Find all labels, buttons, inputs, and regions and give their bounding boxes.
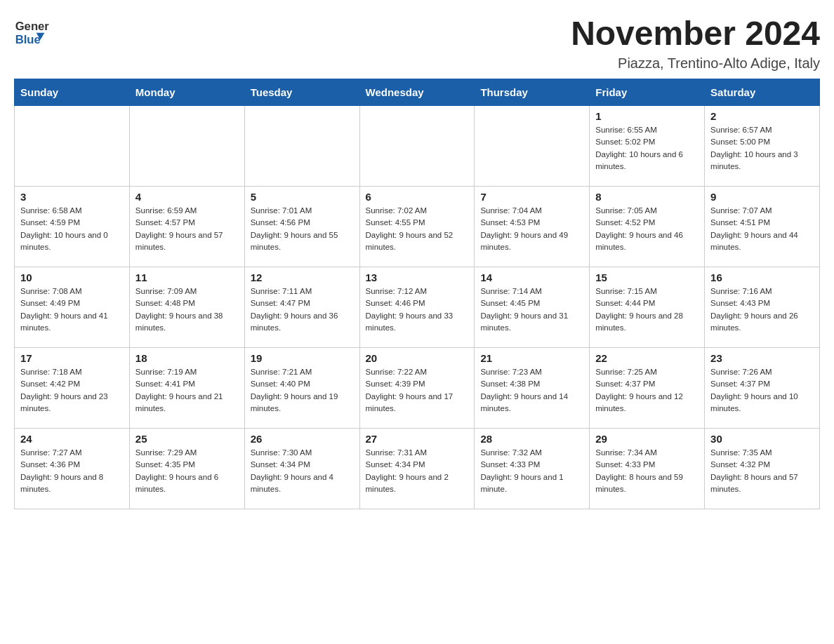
day-cell: 12Sunrise: 7:11 AM Sunset: 4:47 PM Dayli… xyxy=(244,267,359,348)
day-cell xyxy=(129,106,244,187)
title-block: November 2024 Piazza, Trentino-Alto Adig… xyxy=(571,14,820,72)
page-header: General Blue November 2024 Piazza, Trent… xyxy=(14,14,820,72)
day-info: Sunrise: 7:04 AM Sunset: 4:53 PM Dayligh… xyxy=(480,205,583,253)
day-info: Sunrise: 7:32 AM Sunset: 4:33 PM Dayligh… xyxy=(480,447,583,495)
day-number: 17 xyxy=(20,352,124,364)
day-number: 9 xyxy=(710,191,814,203)
day-info: Sunrise: 7:09 AM Sunset: 4:48 PM Dayligh… xyxy=(135,286,239,334)
day-info: Sunrise: 7:29 AM Sunset: 4:35 PM Dayligh… xyxy=(135,447,239,495)
day-cell: 28Sunrise: 7:32 AM Sunset: 4:33 PM Dayli… xyxy=(475,429,590,509)
day-cell: 30Sunrise: 7:35 AM Sunset: 4:32 PM Dayli… xyxy=(705,429,820,509)
day-cell xyxy=(475,106,590,187)
day-number: 22 xyxy=(595,352,699,364)
day-info: Sunrise: 7:07 AM Sunset: 4:51 PM Dayligh… xyxy=(710,205,814,253)
day-number: 1 xyxy=(595,110,699,122)
main-title: November 2024 xyxy=(571,14,820,53)
day-info: Sunrise: 7:12 AM Sunset: 4:46 PM Dayligh… xyxy=(366,286,469,334)
week-row-3: 10Sunrise: 7:08 AM Sunset: 4:49 PM Dayli… xyxy=(15,267,820,348)
col-tuesday: Tuesday xyxy=(244,79,359,106)
day-number: 4 xyxy=(135,191,239,203)
day-cell: 27Sunrise: 7:31 AM Sunset: 4:34 PM Dayli… xyxy=(359,429,475,509)
day-number: 24 xyxy=(20,433,124,445)
week-row-2: 3Sunrise: 6:58 AM Sunset: 4:59 PM Daylig… xyxy=(15,187,820,267)
day-cell xyxy=(244,106,359,187)
logo: General Blue xyxy=(14,14,49,49)
day-info: Sunrise: 7:35 AM Sunset: 4:32 PM Dayligh… xyxy=(710,447,814,495)
day-info: Sunrise: 7:23 AM Sunset: 4:38 PM Dayligh… xyxy=(480,366,583,415)
day-info: Sunrise: 7:34 AM Sunset: 4:33 PM Dayligh… xyxy=(595,447,699,495)
day-cell: 2Sunrise: 6:57 AM Sunset: 5:00 PM Daylig… xyxy=(705,106,820,187)
day-cell: 13Sunrise: 7:12 AM Sunset: 4:46 PM Dayli… xyxy=(359,267,475,348)
day-number: 2 xyxy=(710,110,814,122)
day-number: 23 xyxy=(710,352,814,364)
col-monday: Monday xyxy=(129,79,244,106)
day-cell: 22Sunrise: 7:25 AM Sunset: 4:37 PM Dayli… xyxy=(590,348,705,429)
day-cell: 1Sunrise: 6:55 AM Sunset: 5:02 PM Daylig… xyxy=(590,106,705,187)
day-info: Sunrise: 7:30 AM Sunset: 4:34 PM Dayligh… xyxy=(251,447,354,495)
day-number: 21 xyxy=(480,352,583,364)
calendar-header-row: Sunday Monday Tuesday Wednesday Thursday… xyxy=(15,79,820,106)
day-number: 25 xyxy=(135,433,239,445)
day-info: Sunrise: 7:27 AM Sunset: 4:36 PM Dayligh… xyxy=(20,447,124,495)
day-number: 28 xyxy=(480,433,583,445)
day-cell: 11Sunrise: 7:09 AM Sunset: 4:48 PM Dayli… xyxy=(129,267,244,348)
logo-icon: General Blue xyxy=(14,14,49,49)
week-row-5: 24Sunrise: 7:27 AM Sunset: 4:36 PM Dayli… xyxy=(15,429,820,509)
day-cell: 19Sunrise: 7:21 AM Sunset: 4:40 PM Dayli… xyxy=(244,348,359,429)
day-info: Sunrise: 6:58 AM Sunset: 4:59 PM Dayligh… xyxy=(20,205,124,253)
week-row-1: 1Sunrise: 6:55 AM Sunset: 5:02 PM Daylig… xyxy=(15,106,820,187)
day-cell: 24Sunrise: 7:27 AM Sunset: 4:36 PM Dayli… xyxy=(15,429,130,509)
day-cell xyxy=(359,106,475,187)
day-info: Sunrise: 7:31 AM Sunset: 4:34 PM Dayligh… xyxy=(366,447,469,495)
day-cell: 20Sunrise: 7:22 AM Sunset: 4:39 PM Dayli… xyxy=(359,348,475,429)
calendar-table: Sunday Monday Tuesday Wednesday Thursday… xyxy=(14,79,820,509)
day-cell: 9Sunrise: 7:07 AM Sunset: 4:51 PM Daylig… xyxy=(705,187,820,267)
day-info: Sunrise: 7:11 AM Sunset: 4:47 PM Dayligh… xyxy=(251,286,354,334)
day-number: 29 xyxy=(595,433,699,445)
day-info: Sunrise: 7:22 AM Sunset: 4:39 PM Dayligh… xyxy=(366,366,469,415)
day-info: Sunrise: 7:14 AM Sunset: 4:45 PM Dayligh… xyxy=(480,286,583,334)
day-info: Sunrise: 7:16 AM Sunset: 4:43 PM Dayligh… xyxy=(710,286,814,334)
day-cell: 23Sunrise: 7:26 AM Sunset: 4:37 PM Dayli… xyxy=(705,348,820,429)
day-number: 20 xyxy=(366,352,469,364)
day-number: 13 xyxy=(366,271,469,283)
subtitle: Piazza, Trentino-Alto Adige, Italy xyxy=(571,55,820,72)
day-cell: 16Sunrise: 7:16 AM Sunset: 4:43 PM Dayli… xyxy=(705,267,820,348)
day-cell: 15Sunrise: 7:15 AM Sunset: 4:44 PM Dayli… xyxy=(590,267,705,348)
day-cell xyxy=(15,106,130,187)
day-cell: 8Sunrise: 7:05 AM Sunset: 4:52 PM Daylig… xyxy=(590,187,705,267)
day-number: 11 xyxy=(135,271,239,283)
day-cell: 7Sunrise: 7:04 AM Sunset: 4:53 PM Daylig… xyxy=(475,187,590,267)
day-info: Sunrise: 7:05 AM Sunset: 4:52 PM Dayligh… xyxy=(595,205,699,253)
day-info: Sunrise: 7:19 AM Sunset: 4:41 PM Dayligh… xyxy=(135,366,239,415)
day-number: 15 xyxy=(595,271,699,283)
day-info: Sunrise: 6:57 AM Sunset: 5:00 PM Dayligh… xyxy=(710,124,814,173)
day-cell: 29Sunrise: 7:34 AM Sunset: 4:33 PM Dayli… xyxy=(590,429,705,509)
day-number: 6 xyxy=(366,191,469,203)
week-row-4: 17Sunrise: 7:18 AM Sunset: 4:42 PM Dayli… xyxy=(15,348,820,429)
col-sunday: Sunday xyxy=(15,79,130,106)
day-cell: 18Sunrise: 7:19 AM Sunset: 4:41 PM Dayli… xyxy=(129,348,244,429)
col-saturday: Saturday xyxy=(705,79,820,106)
day-info: Sunrise: 7:15 AM Sunset: 4:44 PM Dayligh… xyxy=(595,286,699,334)
col-friday: Friday xyxy=(590,79,705,106)
day-number: 18 xyxy=(135,352,239,364)
day-info: Sunrise: 6:59 AM Sunset: 4:57 PM Dayligh… xyxy=(135,205,239,253)
day-number: 12 xyxy=(251,271,354,283)
day-cell: 25Sunrise: 7:29 AM Sunset: 4:35 PM Dayli… xyxy=(129,429,244,509)
day-number: 7 xyxy=(480,191,583,203)
day-number: 30 xyxy=(710,433,814,445)
day-number: 5 xyxy=(251,191,354,203)
day-cell: 26Sunrise: 7:30 AM Sunset: 4:34 PM Dayli… xyxy=(244,429,359,509)
day-info: Sunrise: 7:02 AM Sunset: 4:55 PM Dayligh… xyxy=(366,205,469,253)
day-cell: 14Sunrise: 7:14 AM Sunset: 4:45 PM Dayli… xyxy=(475,267,590,348)
day-cell: 5Sunrise: 7:01 AM Sunset: 4:56 PM Daylig… xyxy=(244,187,359,267)
day-cell: 10Sunrise: 7:08 AM Sunset: 4:49 PM Dayli… xyxy=(15,267,130,348)
day-cell: 6Sunrise: 7:02 AM Sunset: 4:55 PM Daylig… xyxy=(359,187,475,267)
day-cell: 21Sunrise: 7:23 AM Sunset: 4:38 PM Dayli… xyxy=(475,348,590,429)
day-info: Sunrise: 7:01 AM Sunset: 4:56 PM Dayligh… xyxy=(251,205,354,253)
day-info: Sunrise: 7:26 AM Sunset: 4:37 PM Dayligh… xyxy=(710,366,814,415)
col-wednesday: Wednesday xyxy=(359,79,475,106)
day-cell: 4Sunrise: 6:59 AM Sunset: 4:57 PM Daylig… xyxy=(129,187,244,267)
day-info: Sunrise: 7:18 AM Sunset: 4:42 PM Dayligh… xyxy=(20,366,124,415)
